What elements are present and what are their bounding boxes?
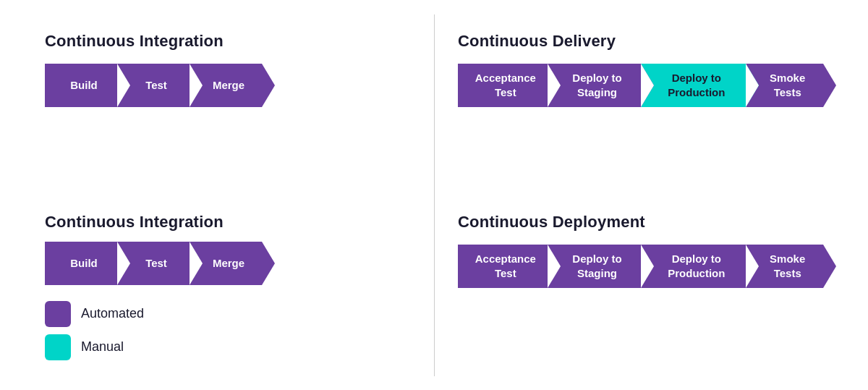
- arrow-smoke-tests-top: Smoke Tests: [746, 64, 823, 107]
- legend-manual: Manual: [45, 334, 410, 360]
- bottom-right-title: Continuous Deployment: [458, 213, 823, 232]
- arrow-merge-bottom: Merge: [190, 242, 262, 285]
- legend-label-manual: Manual: [81, 339, 124, 355]
- legend-box-purple: [45, 301, 71, 327]
- top-left-arrows: Build Test Merge: [45, 64, 410, 107]
- top-right-title: Continuous Delivery: [458, 32, 823, 51]
- legend-label-automated: Automated: [81, 306, 144, 321]
- legend-automated: Automated: [45, 301, 410, 327]
- main-container: Continuous Integration Build Test Merge …: [22, 14, 846, 376]
- panel-bottom-right: Continuous Deployment Acceptance Test De…: [435, 195, 846, 376]
- arrow-test: Test: [117, 64, 190, 107]
- bottom-left-title: Continuous Integration: [45, 213, 410, 232]
- arrow-deploy-production-bottom: Deploy to Production: [641, 245, 746, 288]
- bottom-left-arrows: Build Test Merge: [45, 242, 410, 285]
- top-right-arrows: Acceptance Test Deploy to Staging Deploy…: [458, 64, 823, 107]
- arrow-build: Build: [45, 64, 117, 107]
- arrow-deploy-staging-bottom: Deploy to Staging: [548, 245, 642, 288]
- legend-box-teal: [45, 334, 71, 360]
- panel-bottom-left: Continuous Integration Build Test Merge …: [22, 195, 433, 376]
- panel-top-left: Continuous Integration Build Test Merge: [22, 14, 433, 195]
- arrow-smoke-tests-bottom: Smoke Tests: [746, 245, 823, 288]
- legend: Automated Manual: [45, 295, 410, 360]
- arrow-build-bottom: Build: [45, 242, 117, 285]
- bottom-right-arrows: Acceptance Test Deploy to Staging Deploy…: [458, 245, 823, 288]
- top-left-title: Continuous Integration: [45, 32, 410, 51]
- arrow-merge: Merge: [190, 64, 262, 107]
- arrow-deploy-production-top: Deploy to Production: [641, 64, 746, 107]
- panel-top-right: Continuous Delivery Acceptance Test Depl…: [435, 14, 846, 195]
- arrow-deploy-staging-top: Deploy to Staging: [548, 64, 642, 107]
- arrow-acceptance-test-bottom: Acceptance Test: [458, 245, 548, 288]
- arrow-acceptance-test-top: Acceptance Test: [458, 64, 548, 107]
- arrow-test-bottom: Test: [117, 242, 190, 285]
